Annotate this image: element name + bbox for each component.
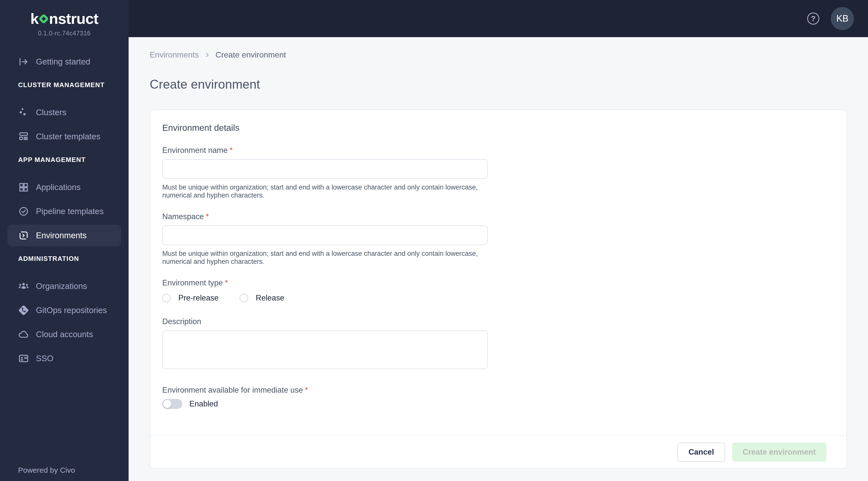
sidebar-item-label: Pipeline templates (36, 205, 104, 217)
section-heading-app-management: APP MANAGEMENT (18, 156, 129, 163)
description-field: Description (162, 317, 834, 369)
sidebar-item-organizations[interactable]: Organizations (7, 276, 121, 297)
topbar: ? KB (129, 0, 868, 37)
required-asterisk: * (206, 212, 209, 221)
logo-text-post: nstruct (49, 10, 98, 27)
logo-text-pre: k (30, 10, 38, 27)
template-icon (18, 131, 29, 142)
sidebar-item-label: Clusters (36, 106, 66, 119)
environment-type-label: Environment type* (162, 278, 834, 288)
sidebar-item-label: Environments (36, 229, 87, 242)
environment-name-field: Environment name* Must be unique within … (162, 146, 834, 199)
sidebar-item-pipeline-templates[interactable]: Pipeline templates (7, 200, 121, 222)
sidebar-item-cloud-accounts[interactable]: Cloud accounts (7, 324, 121, 345)
namespace-field: Namespace* Must be unique within organiz… (162, 212, 834, 266)
logo-diamond-icon (38, 13, 49, 24)
sidebar-item-label: SSO (36, 352, 54, 364)
toggle-label: Enabled (189, 399, 218, 409)
namespace-help: Must be unique within organization; star… (162, 250, 496, 266)
sidebar-item-label: Applications (36, 181, 81, 193)
namespace-input[interactable] (162, 225, 488, 245)
cluster-dots-icon (18, 107, 29, 118)
environment-form-card: Environment details Environment name* Mu… (150, 109, 847, 469)
content-area: Environments Create environment Create e… (129, 37, 868, 481)
breadcrumb-current: Create environment (216, 50, 286, 60)
immediate-use-toggle-row: Enabled (162, 399, 834, 409)
check-circle-icon (18, 206, 29, 217)
id-card-icon (18, 353, 29, 364)
label-text: Environment available for immediate use (162, 386, 303, 394)
environment-name-help: Must be unique within organization; star… (162, 183, 496, 199)
main-column: ? KB Environments Create environment Cre… (129, 0, 868, 481)
help-glyph: ? (811, 14, 815, 23)
immediate-use-field: Environment available for immediate use*… (162, 385, 834, 409)
sidebar-item-label: Cloud accounts (36, 328, 93, 341)
sidebar-item-applications[interactable]: Applications (7, 177, 121, 198)
radio-label: Pre-release (178, 293, 218, 302)
powered-by: Powered by Civo (0, 466, 129, 481)
sidebar-item-cluster-templates[interactable]: Cluster templates (7, 126, 121, 147)
logo-area: knstruct 0.1.0-rc.74c47316 (0, 0, 129, 37)
sidebar-item-environments[interactable]: Environments (7, 225, 121, 246)
people-group-icon (18, 281, 29, 292)
card-title: Environment details (162, 123, 834, 133)
section-heading-administration: ADMINISTRATION (18, 255, 129, 262)
label-text: Namespace (162, 212, 204, 221)
radio-circle-icon[interactable] (240, 294, 248, 302)
card-footer: Cancel Create environment (150, 436, 846, 468)
sidebar-item-sso[interactable]: SSO (7, 348, 121, 369)
required-asterisk: * (229, 146, 232, 155)
environment-name-input[interactable] (162, 159, 488, 179)
environment-type-options: Pre-release Release (162, 293, 834, 302)
git-icon (18, 305, 29, 316)
sidebar-item-clusters[interactable]: Clusters (7, 102, 121, 123)
description-label: Description (162, 317, 834, 326)
avatar[interactable]: KB (831, 7, 854, 30)
radio-circle-icon[interactable] (162, 294, 171, 302)
radio-pre-release[interactable]: Pre-release (162, 293, 218, 302)
sidebar-item-label: GitOps repositories (36, 304, 107, 316)
required-asterisk: * (225, 279, 228, 287)
breadcrumb: Environments Create environment (150, 50, 847, 60)
radio-release[interactable]: Release (240, 293, 284, 302)
immediate-use-label: Environment available for immediate use* (162, 385, 834, 395)
enabled-toggle[interactable] (162, 399, 182, 409)
environments-cycle-icon (18, 230, 29, 241)
environment-type-field: Environment type* Pre-release Release (162, 278, 834, 302)
log-in-arrow-icon (18, 56, 29, 67)
sidebar-item-gitops-repositories[interactable]: GitOps repositories (7, 299, 121, 321)
sidebar-nav: Getting started CLUSTER MANAGEMENT Clust… (0, 51, 129, 372)
section-heading-cluster-management: CLUSTER MANAGEMENT (18, 81, 129, 89)
sidebar-item-label: Organizations (36, 280, 87, 292)
cloud-icon (18, 329, 29, 340)
description-textarea[interactable] (162, 330, 488, 369)
label-text: Environment name (162, 146, 227, 155)
sidebar-item-label: Getting started (36, 56, 90, 68)
toggle-knob (163, 400, 171, 408)
sidebar: knstruct 0.1.0-rc.74c47316 Getting start… (0, 0, 129, 481)
label-text: Environment type (162, 279, 223, 287)
page-title: Create environment (150, 77, 847, 92)
app-version: 0.1.0-rc.74c47316 (0, 30, 129, 37)
app-logo[interactable]: knstruct (0, 10, 129, 27)
environment-name-label: Environment name* (162, 146, 834, 155)
chevron-right-icon (204, 52, 211, 58)
namespace-label: Namespace* (162, 212, 834, 221)
breadcrumb-environments-link[interactable]: Environments (150, 50, 199, 60)
required-asterisk: * (305, 386, 308, 394)
sidebar-item-getting-started[interactable]: Getting started (7, 51, 121, 72)
grid-icon (18, 182, 29, 193)
radio-label: Release (256, 293, 284, 302)
sidebar-item-label: Cluster templates (36, 131, 100, 142)
create-environment-button[interactable]: Create environment (732, 443, 826, 462)
help-icon[interactable]: ? (807, 12, 819, 25)
card-body: Environment details Environment name* Mu… (150, 110, 846, 436)
cancel-button[interactable]: Cancel (677, 443, 725, 462)
avatar-initials: KB (836, 13, 848, 24)
